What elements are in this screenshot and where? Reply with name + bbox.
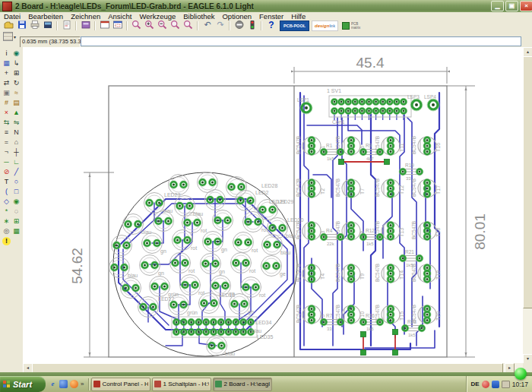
switch-editor-button[interactable] [79, 21, 92, 31]
tool-display[interactable]: ▦ [2, 58, 11, 68]
tool-polygon[interactable]: ◇ [2, 197, 11, 207]
pcb-pool-button[interactable]: PCB-POOL [280, 21, 309, 31]
tool-text[interactable]: T [2, 177, 11, 187]
quicklaunch-firefox-icon[interactable] [70, 380, 78, 388]
task-label: 2 Board - H:\eagle\LE... [223, 381, 270, 387]
save-button[interactable] [15, 21, 28, 31]
grid-button[interactable]: ▾ [3, 32, 17, 41]
tool-miter[interactable]: ¬ [2, 147, 11, 157]
svg-text:Con1: Con1 [332, 119, 345, 125]
svg-text:LED2: LED2 [255, 190, 269, 195]
svg-text:BC547B: BC547B [296, 179, 301, 197]
cam-processor-button[interactable] [41, 21, 54, 31]
select-window-button[interactable] [111, 21, 124, 31]
tool-errors[interactable]: ! [2, 237, 11, 245]
title-bar[interactable]: 2 Board - H:\eagle\LEDs_Forum\LED-Grab.b… [0, 0, 532, 12]
tool-circle[interactable]: ○ [11, 177, 21, 187]
tool-hole[interactable]: ◌ [11, 207, 21, 217]
tool-name[interactable]: N [11, 128, 21, 138]
horizontal-scrollbar[interactable]: ◂ ▸ [23, 363, 523, 372]
tool-move[interactable]: + [2, 68, 11, 78]
tool-delete[interactable]: × [2, 108, 11, 118]
tool-smash[interactable]: ⌂ [11, 138, 21, 147]
svg-text:blau: blau [286, 233, 296, 239]
go-button[interactable] [245, 21, 258, 31]
tool-mark[interactable]: ↳ [11, 58, 21, 68]
tool-paste[interactable]: ▤ [11, 98, 21, 108]
tool-erc[interactable]: ◎ [2, 226, 11, 236]
green-status-ball [515, 368, 527, 380]
tool-ratsnest[interactable]: ∗ [2, 217, 11, 226]
run-script-button[interactable] [60, 21, 73, 31]
tool-rect[interactable]: □ [11, 187, 21, 197]
svg-text:LED28: LED28 [261, 183, 278, 188]
svg-text:LSP4: LSP4 [424, 94, 436, 100]
task-button-2[interactable]: 1 Schaltplan - H:\eagl... [152, 378, 211, 391]
svg-text:1 SV1: 1 SV1 [327, 88, 341, 93]
tool-lock[interactable]: ≡ [2, 128, 11, 138]
close-button[interactable]: × [520, 1, 532, 11]
task-button-3[interactable]: 2 Board - H:\eagle\LE... [213, 378, 272, 391]
stop-button[interactable] [233, 21, 245, 31]
tool-pinswap[interactable]: ⇆ [2, 118, 11, 128]
language-indicator[interactable]: DE [471, 381, 480, 387]
tool-cut[interactable]: # [2, 98, 11, 108]
menu-item-hilfe[interactable]: Hilfe [287, 12, 309, 21]
zoom-out-button[interactable] [156, 21, 169, 31]
undo-button[interactable]: ↶ [201, 21, 214, 31]
zoom-redraw-button[interactable] [169, 21, 182, 31]
quicklaunch-messenger-icon[interactable] [59, 380, 68, 388]
vscroll-thumb[interactable] [523, 56, 532, 308]
tool-add[interactable]: ▲ [11, 108, 21, 118]
tool-drc[interactable]: ▦ [11, 226, 21, 236]
tool-arc[interactable]: ( [2, 187, 11, 197]
print-button[interactable] [28, 21, 41, 31]
open-button[interactable] [2, 21, 15, 31]
tool-value[interactable]: = [2, 138, 11, 147]
svg-text:45.4: 45.4 [356, 55, 385, 71]
quicklaunch-internet-explorer-icon[interactable]: e [49, 380, 57, 388]
svg-text:BC547B: BC547B [335, 264, 340, 282]
command-input[interactable] [81, 36, 521, 46]
tool-split[interactable]: ┼ [11, 147, 21, 157]
tool-show[interactable]: ◉ [11, 49, 21, 58]
monitor-icon[interactable] [502, 381, 510, 388]
zoom-in-button[interactable] [143, 21, 156, 31]
tray-red-icon[interactable] [482, 381, 489, 388]
task-button-1[interactable]: Control Panel - H:\ea... [91, 378, 150, 391]
tool-ripup[interactable]: ⊘ [2, 167, 11, 177]
tool-via[interactable]: ◉ [11, 197, 21, 207]
tool-wire[interactable]: ╱ [11, 167, 21, 177]
tool-route[interactable]: ∟ [11, 157, 21, 167]
vertical-scrollbar[interactable]: ▴ ▾ [523, 47, 532, 363]
quicklaunch-more-chevron[interactable]: » [81, 381, 84, 387]
restore-button[interactable]: ▣ [505, 1, 518, 11]
zoom-fit-button[interactable] [130, 21, 143, 31]
redraw-window-button[interactable] [98, 21, 111, 31]
tool-mirror[interactable]: ⇄ [2, 78, 11, 88]
tool-auto[interactable]: ⊞ [11, 217, 21, 226]
svg-text:T4: T4 [320, 273, 325, 280]
svg-text:T14: T14 [399, 270, 404, 280]
start-button[interactable]: Start [0, 376, 46, 392]
help-button[interactable]: ? [264, 21, 277, 31]
board-canvas[interactable]: 45.480.0154.62LED23blaublauLED2rotLED29b… [23, 47, 523, 363]
tool-rotate[interactable]: ↻ [11, 78, 21, 88]
tool-optimize[interactable]: ─ [2, 157, 11, 167]
shield-icon[interactable] [492, 381, 499, 388]
tool-info[interactable]: i [2, 49, 11, 58]
task-icon [154, 381, 161, 387]
tool-change[interactable]: ≈ [11, 88, 21, 98]
zoom-select-button[interactable] [182, 21, 195, 31]
pcb-matrix-button[interactable]: PCBmatrix [340, 21, 362, 30]
task-buttons: Control Panel - H:\ea...1 Schaltplan - H… [90, 378, 273, 391]
tool-group[interactable]: ▣ [2, 88, 11, 98]
tool-signal[interactable]: * [2, 207, 11, 217]
tool-copy[interactable]: ⊞ [11, 68, 21, 78]
redo-button[interactable]: ↷ [214, 21, 226, 31]
design-link-button[interactable]: designlink [312, 21, 338, 31]
svg-text:grün: grün [187, 310, 198, 316]
tool-replace[interactable]: ⇋ [11, 118, 21, 128]
toolbar-separator [261, 21, 262, 30]
minimize-button[interactable]: ▁ [491, 1, 504, 11]
